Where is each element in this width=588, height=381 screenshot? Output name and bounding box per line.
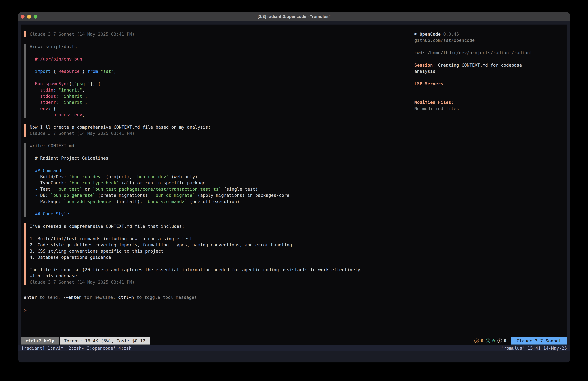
- code-line: Bun.spawnSync([`psql`], {: [30, 81, 412, 87]
- tool-view-block: View: script/db.ts #!/usr/bin/env bun im…: [24, 44, 412, 118]
- lsp-diagnostics: w0i0h0: [474, 338, 506, 343]
- assistant-message-block-2: I've created a comprehensive CONTEXT.md …: [24, 223, 412, 285]
- sidebar-line: cwd: /home/thdxr/dev/projects/radiant/ra…: [414, 50, 567, 56]
- close-button[interactable]: [21, 15, 24, 19]
- keybinding-hint: enter to send, \+enter for newline, ctrl…: [24, 294, 197, 300]
- fullscreen-button[interactable]: [34, 15, 38, 19]
- chat-line: 2. Code style guidelines covering import…: [30, 242, 412, 248]
- sidebar-line: [414, 56, 567, 62]
- markdown-line: ## Code Style: [30, 211, 412, 217]
- hints-count: 0: [504, 338, 506, 343]
- sidebar-line: github.com/sst/opencode: [414, 37, 567, 44]
- chat-line: Claude 3.7 Sonnet (14 May 2025 03:41 PM): [30, 130, 412, 136]
- assistant-message-header-block: Claude 3.7 Sonnet (14 May 2025 03:41 PM): [24, 31, 412, 37]
- session-sidebar: © OpenCode 0.0.45github.com/sst/opencode…: [414, 31, 567, 112]
- sidebar-line: [414, 93, 567, 99]
- code-line: stdin: "inherit",: [30, 87, 412, 93]
- info-count: 0: [492, 338, 495, 343]
- markdown-line: # Radiant Project Guidelines: [30, 155, 412, 161]
- code-line: stderr: "inherit",: [30, 99, 412, 105]
- code-line: [30, 75, 412, 81]
- tmux-window-list[interactable]: [radiant] 1:nvim 2:zsh- 3:opencode* 4:zs…: [21, 346, 131, 351]
- traffic-lights: [18, 15, 38, 19]
- markdown-line: [30, 161, 412, 167]
- sidebar-line: [414, 44, 567, 50]
- info-icon: i: [486, 338, 490, 343]
- terminal-window: [2/3] radiant:3:opencode - "romulus" Cla…: [18, 12, 570, 362]
- markdown-line: - TypeCheck: `bun run typecheck` (all) o…: [30, 180, 412, 186]
- prompt-icon: >: [24, 308, 26, 313]
- prompt-input[interactable]: >: [24, 306, 564, 314]
- chat-line: 4. Database operations guidance: [30, 254, 412, 260]
- code-line: ...process.env,: [30, 112, 412, 118]
- code-line: View: script/db.ts: [30, 44, 412, 50]
- markdown-line: - Package: `bun add <package>` (install)…: [30, 199, 412, 205]
- code-line: env: {: [30, 106, 412, 112]
- sidebar-line: © OpenCode 0.0.45: [414, 31, 567, 37]
- chat-line: with this codebase.: [30, 273, 412, 279]
- assistant-message-block: Now I'll create a comprehensive CONTEXT.…: [24, 124, 412, 136]
- chat-line: 1. Build/lint/test commands including ho…: [30, 236, 412, 242]
- code-line: stdout: "inherit",: [30, 93, 412, 99]
- sidebar-line: Modified Files:: [414, 99, 567, 105]
- chat-line: I've created a comprehensive CONTEXT.md …: [30, 223, 412, 229]
- code-line: import { Resource } from "sst";: [30, 68, 412, 74]
- tmux-session-info: "romulus" 15:41 14-May-25: [501, 346, 567, 351]
- chat-line: Now I'll create a comprehensive CONTEXT.…: [30, 124, 412, 130]
- warnings-icon: w: [474, 338, 479, 343]
- sidebar-line: No modified files: [414, 106, 567, 112]
- chat-line: [30, 260, 412, 267]
- markdown-line: ## Commands: [30, 168, 412, 174]
- code-line: [30, 62, 412, 68]
- chat-line: Claude 3.7 Sonnet (14 May 2025 03:41 PM): [30, 279, 412, 285]
- help-badge: ctrl+? help: [21, 337, 59, 344]
- sidebar-line: LSP Servers: [414, 81, 567, 87]
- opencode-tui: Claude 3.7 Sonnet (14 May 2025 03:41 PM)…: [21, 24, 567, 345]
- chat-line: [30, 230, 412, 236]
- tmux-status-bar: [radiant] 1:nvim 2:zsh- 3:opencode* 4:zs…: [18, 345, 570, 351]
- chat-line: Claude 3.7 Sonnet (14 May 2025 03:41 PM): [30, 31, 412, 37]
- diagnostic-hints: h0: [498, 338, 506, 343]
- hints-icon: h: [498, 338, 502, 343]
- chat-line: The file is concise (20 lines) and captu…: [30, 267, 412, 273]
- tool-write-block: Write: CONTEXT.md # Radiant Project Guid…: [24, 143, 412, 217]
- status-bar: ctrl+? help Tokens: 16.4K (8%), Cost: $0…: [21, 337, 567, 344]
- input-separator: [21, 302, 564, 302]
- sidebar-line: [414, 87, 567, 93]
- diagnostic-info: i0: [486, 338, 495, 343]
- sidebar-line: Session: Creating CONTEXT.md for codebas…: [414, 62, 567, 68]
- window-title: [2/3] radiant:3:opencode - "romulus": [18, 14, 570, 19]
- chat-line: 3. CSS styling conventions specific to t…: [30, 248, 412, 254]
- markdown-line: [30, 205, 412, 211]
- markdown-line: - Build/Dev: `bun run dev` (project), `b…: [30, 174, 412, 180]
- minimize-button[interactable]: [27, 15, 31, 19]
- diagnostic-warnings: w0: [474, 338, 483, 343]
- warnings-count: 0: [481, 338, 483, 343]
- sidebar-line: analysis: [414, 68, 567, 74]
- sidebar-line: [414, 75, 567, 81]
- code-line: [30, 50, 412, 56]
- model-badge: Claude 3.7 Sonnet: [511, 337, 567, 344]
- markdown-line: Write: CONTEXT.md: [30, 143, 412, 149]
- chat-log: Claude 3.7 Sonnet (14 May 2025 03:41 PM)…: [24, 31, 412, 291]
- markdown-line: - DB: `bun db generate` (create migratio…: [30, 192, 412, 198]
- markdown-line: - Test: `bun test` or `bun test packages…: [30, 186, 412, 192]
- tokens-cost-badge: Tokens: 16.4K (8%), Cost: $0.12: [60, 337, 150, 344]
- code-line: #!/usr/bin/env bun: [30, 56, 412, 62]
- markdown-line: [30, 149, 412, 155]
- window-titlebar[interactable]: [2/3] radiant:3:opencode - "romulus": [18, 12, 570, 21]
